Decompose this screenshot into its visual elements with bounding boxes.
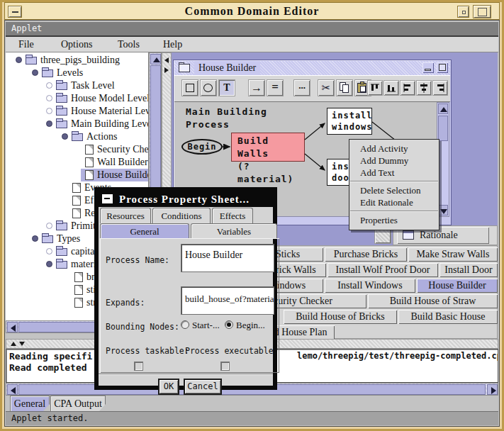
scroll-right-button[interactable] — [487, 384, 498, 395]
window-titlebar[interactable]: Common Domain Editor — [4, 2, 500, 20]
align-center-button[interactable] — [416, 80, 432, 96]
tree-item-house-model-level[interactable]: House Model Level — [6, 92, 149, 105]
tree-item-task-level[interactable]: Task Level — [6, 79, 149, 92]
bounding-nodes-label: Bounding Nodes: — [106, 322, 179, 332]
cut-button[interactable]: ✂ — [318, 79, 335, 96]
folder-icon — [56, 248, 67, 256]
tree-item-security-checker[interactable]: Security Checker — [6, 143, 149, 156]
build-walls-node[interactable]: Build Walls (?material) — [231, 133, 305, 162]
executable-label: Process executable: — [185, 346, 279, 356]
process-button-build-house-of-straw[interactable]: Build House of Straw — [368, 294, 498, 308]
radio-begin[interactable] — [225, 320, 233, 329]
align-right-button[interactable] — [432, 80, 448, 96]
more-tool-button[interactable]: ... — [293, 79, 310, 96]
process-button-install-windows[interactable]: Install Windows — [325, 279, 415, 293]
menu-help[interactable]: Help — [163, 38, 182, 51]
tree-item-three-pigs-building[interactable]: three_pigs_building — [6, 54, 149, 67]
node-marker-icon[interactable] — [46, 108, 52, 114]
taskable-checkbox[interactable] — [134, 362, 143, 371]
menu-item-add-text[interactable]: Add Text — [349, 167, 439, 179]
node-marker-icon[interactable] — [46, 95, 52, 101]
process-button-build-house-of-bricks[interactable]: Build House of Bricks — [284, 310, 397, 324]
align-bottom-button[interactable] — [383, 80, 399, 96]
menu-item-properties[interactable]: Properties — [349, 214, 439, 226]
scroll-thumb[interactable] — [438, 116, 448, 141]
scroll-left-button[interactable] — [7, 384, 18, 395]
menu-file[interactable]: File — [18, 38, 34, 51]
minimize-button[interactable] — [422, 62, 434, 73]
splitter-collapse-down-icon[interactable] — [19, 342, 25, 346]
menu-item-add-dummy[interactable]: Add Dummy — [349, 155, 439, 167]
splitter-collapse-left-icon[interactable] — [164, 57, 169, 63]
tree-item-levels[interactable]: Levels — [6, 67, 149, 79]
node-marker-icon[interactable] — [46, 261, 52, 267]
link-tool-button[interactable]: = — [267, 79, 284, 96]
window-menu-button[interactable] — [8, 6, 22, 18]
process-button-build-basic-house[interactable]: Build Basic House — [398, 310, 498, 324]
scroll-thumb[interactable] — [18, 322, 95, 332]
process-button-house-builder[interactable]: House Builder — [417, 279, 498, 293]
node-marker-icon[interactable] — [62, 133, 68, 140]
text-tool-button[interactable]: T — [218, 79, 235, 96]
node-marker-icon[interactable] — [46, 82, 52, 89]
menu-item-add-activity[interactable]: Add Activity — [349, 142, 439, 155]
node-marker-icon[interactable] — [32, 235, 38, 242]
tree-item-actions[interactable]: Actions — [6, 130, 149, 143]
ok-button[interactable]: OK — [158, 379, 179, 395]
tree-item-house-material-level[interactable]: House Material Level — [6, 105, 149, 118]
tab-resources[interactable]: Resources — [100, 208, 151, 223]
process-name-input[interactable]: House Builder — [181, 244, 274, 272]
process-button-make-straw-walls[interactable]: Make Straw Walls — [408, 247, 498, 262]
tab-general[interactable]: General — [10, 396, 50, 411]
arrow-tool-button[interactable]: → — [248, 79, 265, 96]
scroll-left-button[interactable] — [7, 322, 18, 332]
tree-item-wall-builder[interactable]: Wall Builder — [6, 156, 149, 169]
menu-item-edit-rationale[interactable]: Edit Rationale — [349, 196, 439, 208]
tree-item-main-building-level[interactable]: Main Building Level — [6, 118, 149, 130]
align-left-button[interactable] — [400, 80, 415, 96]
scroll-down-button[interactable] — [438, 205, 448, 216]
node-marker-icon[interactable] — [46, 121, 52, 127]
dialog-titlebar[interactable]: Process Property Sheet... — [99, 191, 273, 207]
tree-item-house-builder[interactable]: House Builder — [6, 169, 149, 181]
process-button-install-wolf-proof-door[interactable]: Install Wolf Proof Door — [327, 263, 438, 277]
tab-cpa-output[interactable]: CPA Output — [50, 396, 106, 411]
radio-start[interactable] — [181, 320, 189, 329]
align-top-button[interactable] — [367, 80, 383, 96]
install-windows-node[interactable]: install windows — [327, 108, 372, 135]
rectangle-tool-button[interactable] — [181, 79, 198, 96]
ellipse-tool-button[interactable] — [200, 79, 217, 96]
tab-conditions[interactable]: Conditions — [152, 208, 211, 223]
scroll-up-button[interactable] — [150, 54, 161, 65]
menu-separator — [350, 211, 438, 212]
house-builder-titlebar[interactable]: House Builder — [174, 61, 450, 75]
process-button-purchase-bricks[interactable]: Purchase Bricks — [325, 247, 407, 262]
document-icon — [72, 196, 81, 206]
tab-effects[interactable]: Effects — [212, 208, 253, 223]
node-marker-icon[interactable] — [32, 69, 38, 76]
cancel-button[interactable]: Cancel — [184, 379, 222, 395]
window-maximize-button[interactable] — [473, 5, 491, 18]
menu-item-delete-selection[interactable]: Delete Selection — [349, 184, 439, 196]
node-marker-icon[interactable] — [46, 248, 52, 254]
menu-options[interactable]: Options — [61, 38, 92, 51]
build-walls-line2: (?material) — [237, 160, 304, 186]
tab-variables[interactable]: Variables — [191, 223, 277, 239]
splitter-collapse-right-icon[interactable] — [164, 67, 169, 73]
copy-button[interactable] — [336, 79, 353, 96]
menu-tools[interactable]: Tools — [118, 38, 140, 51]
node-marker-icon[interactable] — [46, 223, 52, 229]
begin-node[interactable]: Begin — [181, 139, 223, 155]
splitter-collapse-up-icon[interactable] — [11, 342, 16, 346]
process-button-install-door[interactable]: Install Door — [439, 263, 498, 277]
process-property-sheet-dialog[interactable]: Process Property Sheet... Resources Cond… — [94, 187, 277, 390]
expands-input[interactable]: build_house_of?material — [181, 286, 274, 315]
node-marker-icon[interactable] — [16, 57, 22, 63]
scroll-up-button[interactable] — [438, 103, 448, 114]
executable-checkbox[interactable] — [220, 362, 230, 371]
tab-general-inner[interactable]: General — [100, 223, 189, 239]
applet-bar-label: Applet — [11, 23, 42, 33]
window-minimize-button[interactable] — [457, 6, 469, 18]
dialog-minimize-button[interactable] — [102, 194, 113, 203]
maximize-button[interactable] — [437, 62, 448, 73]
